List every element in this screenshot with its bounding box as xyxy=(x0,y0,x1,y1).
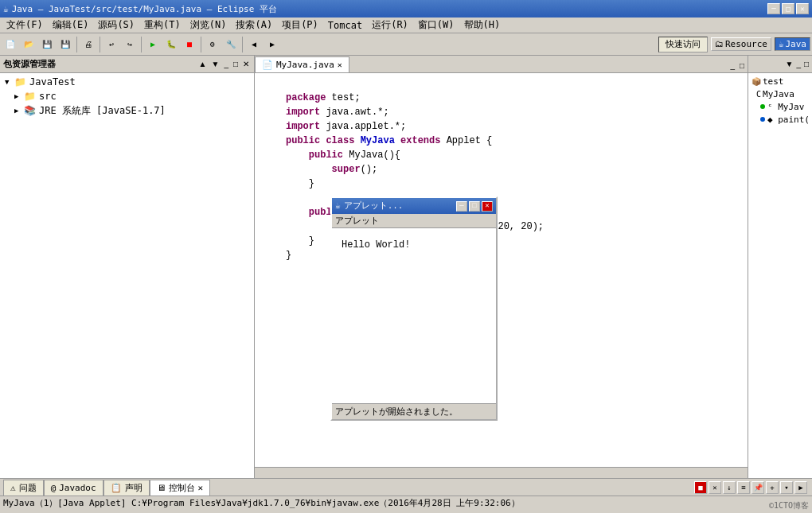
toolbar: 📄 📂 💾 💾 🖨 ↩ ↪ ▶ 🐛 ■ ⚙ 🔧 ◀ ▶ 快速访问 🗂 Resou… xyxy=(0,33,812,56)
outline-minimize[interactable]: _ xyxy=(794,59,802,69)
tab-close-button[interactable]: ✕ xyxy=(338,60,342,69)
applet-menu[interactable]: アプレット xyxy=(332,214,496,228)
menu-search[interactable]: 搜索(A) xyxy=(231,17,277,33)
title-bar-controls: ─ □ ✕ xyxy=(767,3,809,14)
editor-minimize-button[interactable]: _ xyxy=(728,60,736,71)
run-button[interactable]: ▶ xyxy=(144,36,162,53)
separator-1 xyxy=(76,37,77,52)
constructor-icon xyxy=(759,102,766,112)
build-button[interactable]: ⚙ xyxy=(204,36,221,53)
applet-title-bar: ☕ アプレット... ─ □ ✕ xyxy=(332,198,496,214)
status-text: MyJava（1）[Java Applet] C:¥Program Files¥… xyxy=(3,497,520,509)
close-button[interactable]: ✕ xyxy=(796,3,809,14)
javadoc-icon: @ xyxy=(51,483,57,493)
tab-label: MyJava.java xyxy=(276,60,334,70)
open-button[interactable]: 📂 xyxy=(20,36,37,53)
menu-window[interactable]: 窗口(W) xyxy=(413,17,459,33)
new-button[interactable]: 📄 xyxy=(2,36,19,53)
method-icon xyxy=(759,115,766,125)
class-icon: C xyxy=(756,90,761,99)
outline-panel: ▼ _ □ 📦 test C MyJava ᶜ MyJav xyxy=(748,56,812,478)
problems-icon: ⚠ xyxy=(10,483,16,493)
code-editor[interactable]: package test; import java.awt.*; import … xyxy=(255,73,748,467)
package-icon: 📦 xyxy=(751,77,761,86)
tab-console[interactable]: 🖥 控制台 ✕ xyxy=(150,480,211,496)
bottom-tab-bar: ⚠ 问题 @ Javadoc 📋 声明 🖥 控制台 ✕ ■ ✕ ↓ ≡ 📌 + … xyxy=(0,478,812,496)
print-button[interactable]: 🖨 xyxy=(80,36,97,53)
minimize-button[interactable]: ─ xyxy=(767,3,780,14)
tab-declaration-label: 声明 xyxy=(125,482,142,494)
main-area: 包资源管理器 ▲ ▼ _ □ ✕ ▼ 📁 JavaTest ▶ 📁 src ▶ xyxy=(0,56,812,478)
menu-tomcat[interactable]: Tomcat xyxy=(323,19,367,32)
tab-problems-label: 问题 xyxy=(19,482,37,494)
clean-button[interactable]: 🔧 xyxy=(222,36,240,53)
tab-problems[interactable]: ⚠ 问题 xyxy=(3,480,44,496)
console-clear-button[interactable]: ✕ xyxy=(709,481,721,494)
outline-view-menu[interactable]: ▼ xyxy=(783,59,794,69)
undo-button[interactable]: ↩ xyxy=(103,36,120,53)
new-console-button[interactable]: + xyxy=(766,481,779,494)
menu-navigate[interactable]: 浏览(N) xyxy=(185,17,232,33)
tab-declaration[interactable]: 📋 声明 xyxy=(103,480,150,496)
project-label: JavaTest xyxy=(29,76,76,87)
editor-horizontal-scrollbar[interactable] xyxy=(255,467,748,478)
outline-item-paint[interactable]: ◆ paint( xyxy=(750,113,810,126)
console-tab-close[interactable]: ✕ xyxy=(198,483,204,493)
outline-maximize[interactable]: □ xyxy=(802,59,810,69)
applet-window: ☕ アプレット... ─ □ ✕ アプレット Hello World! xyxy=(330,196,498,421)
outline-myjava-label: MyJava xyxy=(763,89,794,99)
tab-myjava[interactable]: 📄 MyJava.java ✕ xyxy=(255,56,349,72)
java-icon: ☕ xyxy=(779,39,784,49)
more-options-button[interactable]: ▶ xyxy=(794,481,807,494)
applet-close-button[interactable]: ✕ xyxy=(482,201,493,212)
src-label: src xyxy=(39,91,57,102)
view-menu-button[interactable]: ▼ xyxy=(209,59,221,69)
quick-access-field[interactable]: 快速访问 xyxy=(658,37,708,52)
perspective-java[interactable]: ☕ Java xyxy=(775,37,810,51)
menu-bar: 文件(F) 编辑(E) 源码(S) 重构(T) 浏览(N) 搜索(A) 项目(P… xyxy=(0,17,812,33)
console-stop-button[interactable]: ■ xyxy=(694,481,707,494)
tree-item-src[interactable]: ▶ 📁 src xyxy=(2,89,252,103)
perspective-resource[interactable]: 🗂 Resource xyxy=(711,37,771,51)
applet-title: アプレット... xyxy=(344,199,404,213)
menu-source[interactable]: 源码(S) xyxy=(93,17,139,33)
maximize-button[interactable]: □ xyxy=(782,3,794,14)
outline-panel-header: ▼ _ □ xyxy=(748,56,812,73)
console-scroll-button[interactable]: ↓ xyxy=(723,481,736,494)
quick-access-label: 快速访问 xyxy=(666,38,701,50)
console-options-button[interactable]: ≡ xyxy=(737,481,750,494)
stop-button[interactable]: ■ xyxy=(181,36,198,53)
close-panel-button[interactable]: ✕ xyxy=(241,59,251,69)
pin-button[interactable]: 📌 xyxy=(751,481,764,494)
save-all-button[interactable]: 💾 xyxy=(57,36,74,53)
applet-maximize-button[interactable]: □ xyxy=(469,201,480,212)
debug-button[interactable]: 🐛 xyxy=(162,36,180,53)
resource-icon: 🗂 xyxy=(715,39,724,49)
collapse-bottom-button[interactable]: ▾ xyxy=(780,481,793,494)
minimize-panel-button[interactable]: _ xyxy=(222,59,230,69)
menu-file[interactable]: 文件(F) xyxy=(2,17,48,33)
editor-panel: 📄 MyJava.java ✕ _ □ package test; import… xyxy=(255,56,748,478)
app-icon: ☕ xyxy=(3,4,9,14)
back-button[interactable]: ◀ xyxy=(245,36,263,53)
collapse-button[interactable]: ▲ xyxy=(197,59,209,69)
tree-item-jre[interactable]: ▶ 📚 JRE 系統库 [JavaSE-1.7] xyxy=(2,103,252,118)
tree-item-javatest[interactable]: ▼ 📁 JavaTest xyxy=(2,75,252,89)
menu-run[interactable]: 运行(R) xyxy=(367,17,413,33)
redo-button[interactable]: ↪ xyxy=(121,36,139,53)
menu-project[interactable]: 项目(P) xyxy=(277,17,323,33)
outline-item-myjava[interactable]: C MyJava xyxy=(750,87,810,100)
outline-item-test[interactable]: 📦 test xyxy=(750,75,810,87)
menu-refactor[interactable]: 重构(T) xyxy=(139,17,185,33)
editor-maximize-button[interactable]: □ xyxy=(738,60,746,71)
menu-edit[interactable]: 编辑(E) xyxy=(48,17,94,33)
menu-help[interactable]: 帮助(H) xyxy=(459,17,506,33)
save-button[interactable]: 💾 xyxy=(38,36,56,53)
outline-item-constructor[interactable]: ᶜ MyJav xyxy=(750,100,810,113)
forward-button[interactable]: ▶ xyxy=(264,36,281,53)
tab-javadoc[interactable]: @ Javadoc xyxy=(44,480,103,496)
maximize-panel-button[interactable]: □ xyxy=(232,59,240,69)
window-title: Java — JavaTest/src/test/MyJava.java — E… xyxy=(12,3,277,15)
watermark: ©1CTO博客 xyxy=(769,500,809,511)
applet-minimize-button[interactable]: ─ xyxy=(456,201,467,212)
